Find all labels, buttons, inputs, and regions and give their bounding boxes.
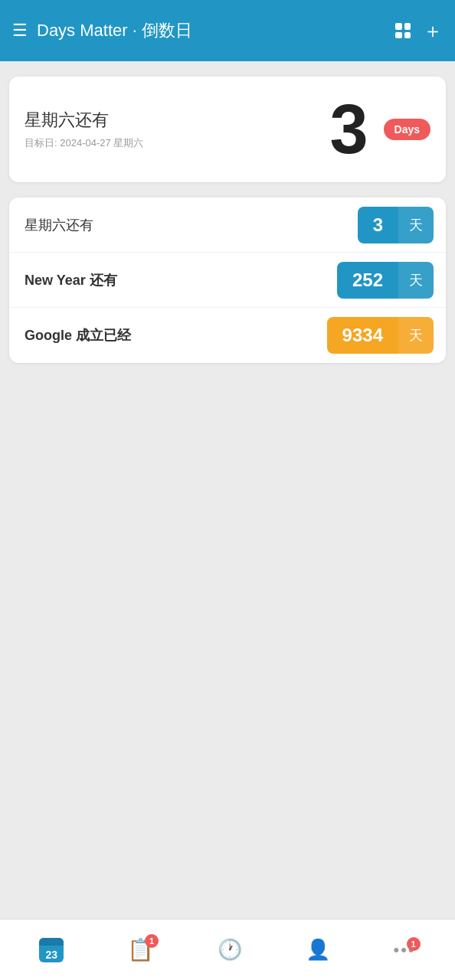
days-badge: Days: [384, 119, 430, 140]
events-list: 星期六还有 3 天 New Year 还有 252 天 Google 成立已经 …: [9, 198, 446, 363]
featured-number: 3: [329, 95, 368, 164]
person-icon: 👤: [306, 938, 330, 962]
list-item-label: Google 成立已经: [25, 326, 327, 345]
nav-item-home[interactable]: 23: [24, 932, 79, 969]
featured-card-text: 星期六还有 目标日: 2024-04-27 星期六: [25, 109, 314, 150]
app-header: ☰ Days Matter · 倒数日 ＋: [0, 0, 455, 61]
list-item[interactable]: Google 成立已经 9334 天: [9, 308, 446, 363]
count-group: 252 天: [337, 262, 434, 299]
count-unit: 天: [398, 317, 434, 354]
list-item[interactable]: New Year 还有 252 天: [9, 253, 446, 308]
list-item-label: New Year 还有: [25, 271, 337, 289]
count-number: 9334: [327, 317, 398, 354]
nav-item-more[interactable]: ••• 1: [378, 934, 430, 966]
nav-item-history[interactable]: 🕐: [202, 932, 257, 968]
clock-icon: 🕐: [218, 938, 242, 962]
list-item-label: 星期六还有: [25, 216, 358, 234]
list-item[interactable]: 星期六还有 3 天: [9, 198, 446, 253]
count-number: 3: [358, 207, 398, 243]
add-event-icon[interactable]: ＋: [423, 18, 443, 44]
count-group: 3 天: [358, 207, 434, 243]
featured-subtitle: 目标日: 2024-04-27 星期六: [25, 136, 314, 150]
more-badge: 1: [407, 937, 421, 951]
nav-item-list[interactable]: 📋 1: [112, 931, 169, 969]
count-unit: 天: [398, 207, 434, 243]
grid-view-icon[interactable]: [395, 23, 411, 38]
featured-card[interactable]: 星期六还有 目标日: 2024-04-27 星期六 3 Days: [9, 77, 446, 182]
count-unit: 天: [398, 262, 434, 299]
nav-item-profile[interactable]: 👤: [290, 932, 345, 968]
list-badge: 1: [145, 934, 159, 948]
featured-title: 星期六还有: [25, 109, 314, 132]
menu-icon[interactable]: ☰: [12, 22, 28, 39]
count-group: 9334 天: [327, 317, 434, 354]
app-title: Days Matter · 倒数日: [37, 19, 386, 42]
count-number: 252: [337, 262, 398, 299]
calendar-icon: 23: [39, 938, 64, 962]
bottom-nav: 23 📋 1 🕐 👤 ••• 1: [0, 919, 455, 980]
